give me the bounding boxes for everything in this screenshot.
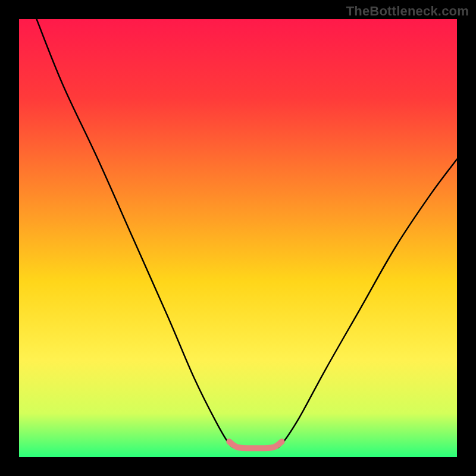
watermark-text: TheBottleneck.com [346, 4, 469, 19]
bottleneck-chart [19, 19, 457, 457]
plot-area [19, 19, 457, 457]
chart-frame: TheBottleneck.com [0, 0, 476, 476]
gradient-background [19, 19, 457, 457]
